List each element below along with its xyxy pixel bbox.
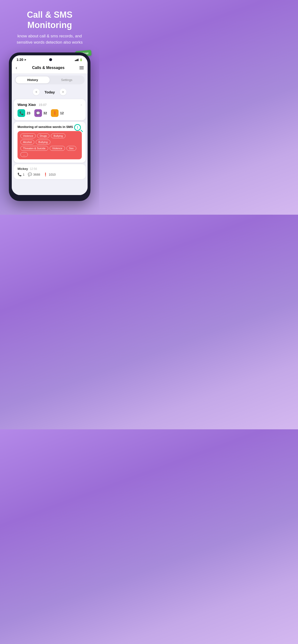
tab-switcher: History Settings <box>12 74 88 86</box>
tab-pill-container: History Settings <box>15 76 85 84</box>
header-section: Call & SMS Monitoring know about call & … <box>0 0 99 50</box>
mickey-alert-icon: ❗ <box>43 172 48 176</box>
mickey-header: Mickey 12:56 <box>18 167 82 170</box>
mickey-call-count: 1 <box>23 173 25 176</box>
mickey-time: 12:56 <box>30 167 37 170</box>
contact-time: 15:07 <box>39 103 47 106</box>
mickey-stats: 📞 1 💬 3688 ❗ 1010 <box>18 172 82 176</box>
page-wrapper: Call & SMS Monitoring know about call & … <box>0 0 99 210</box>
prev-date-button[interactable]: < <box>33 89 40 95</box>
search-icon-badge: ! <box>74 124 83 133</box>
main-title: Call & SMS Monitoring <box>7 10 92 30</box>
phone-container: ✦ New 1:20 ➤ <box>9 52 90 201</box>
mickey-name: Mickey <box>18 167 28 170</box>
sub-title: know about call & sms records, andsensit… <box>7 33 92 45</box>
alert-icon: ❗ <box>51 109 59 117</box>
menu-line-2 <box>79 68 84 68</box>
tag-sex: Sex <box>66 146 76 151</box>
mickey-msg-stat: 💬 3688 <box>28 172 40 176</box>
tag-bullying-1: Bullying <box>51 134 66 138</box>
msg-count: 32 <box>43 111 47 115</box>
mickey-call-stat: 📞 1 <box>18 172 25 176</box>
mickey-phone-icon: 📞 <box>18 172 22 176</box>
next-date-button[interactable]: > <box>60 89 66 95</box>
contact-name: Wang Xiao <box>18 102 36 106</box>
tag-drugs: Drugs <box>37 134 49 138</box>
battery-icon: 🔋 <box>79 58 83 61</box>
contact-chevron-icon: › <box>81 103 82 106</box>
menu-button[interactable] <box>79 66 84 69</box>
prev-icon: < <box>36 90 37 94</box>
phone-frame: 1:20 ➤ 🔋 <box>9 52 90 201</box>
menu-line-1 <box>79 66 84 67</box>
mickey-alert-count: 1010 <box>49 173 56 176</box>
time-display: 1:20 <box>17 58 23 62</box>
status-bar: 1:20 ➤ 🔋 <box>12 55 88 62</box>
alert-count: 12 <box>60 111 64 115</box>
contact-name-row: Wang Xiao 15:07 <box>18 102 47 107</box>
tab-settings[interactable]: Settings <box>50 76 84 84</box>
app-header: ‹ Calls & Messages <box>12 62 88 74</box>
phone-bottom-space <box>12 181 88 195</box>
contact-stats: 📞 23 💬 32 ❗ <box>18 109 82 117</box>
tag-violence-1: Violence <box>20 134 36 138</box>
front-camera <box>49 58 52 61</box>
mickey-msg-count: 3688 <box>33 173 40 176</box>
phone-screen: 1:20 ➤ 🔋 <box>12 55 88 195</box>
back-button[interactable]: ‹ <box>16 65 17 70</box>
tag-bullying-2: Bullying <box>36 140 50 144</box>
search-handle-icon <box>80 130 83 132</box>
phone-icon: 📞 <box>20 111 24 115</box>
signal-bar-2 <box>76 60 77 61</box>
status-time: 1:20 ➤ <box>17 58 26 62</box>
menu-line-3 <box>79 69 84 69</box>
contact-header: Wang Xiao 15:07 › <box>18 102 82 107</box>
tab-history[interactable]: History <box>16 76 50 84</box>
tag-more: ... <box>20 152 28 157</box>
location-icon: ➤ <box>24 58 26 61</box>
alert-stat: ❗ 12 <box>51 109 64 117</box>
signal-bar-1 <box>75 60 76 61</box>
exclamation-icon: ❗ <box>53 111 57 115</box>
app-title: Calls & Messages <box>32 66 65 70</box>
date-label: Today <box>44 90 55 94</box>
next-icon: > <box>62 90 64 94</box>
tag-threaten-suicide: Threaten & Suicide <box>20 146 48 151</box>
tag-alcohol: Alcohol <box>20 140 34 144</box>
call-count: 23 <box>27 111 31 115</box>
signal-bar-4 <box>78 59 78 61</box>
signal-bars <box>75 58 78 61</box>
status-icons: 🔋 <box>75 58 83 61</box>
call-icon: 📞 <box>18 109 25 117</box>
sensitive-panel: Monitoring of sensitive words in SMS ! V… <box>14 122 86 163</box>
tags-container: Violence Drugs Bullying Alcohol Bullying… <box>18 131 82 159</box>
search-circle: ! <box>74 124 81 131</box>
wang-xiao-card[interactable]: Wang Xiao 15:07 › 📞 23 <box>14 99 86 120</box>
mickey-alert-stat: ❗ 1010 <box>43 172 56 176</box>
sensitive-panel-title: Monitoring of sensitive words in SMS <box>18 125 82 129</box>
message-icon: 💬 <box>36 111 40 115</box>
search-exclaim-icon: ! <box>77 126 78 130</box>
mickey-msg-icon: 💬 <box>28 172 32 176</box>
tag-violence-2: Violence <box>50 146 65 151</box>
call-stat: 📞 23 <box>18 109 31 117</box>
msg-stat: 💬 32 <box>34 109 47 117</box>
date-nav: < Today > <box>12 86 88 98</box>
msg-icon: 💬 <box>34 109 42 117</box>
signal-bar-3 <box>77 59 77 61</box>
mickey-card[interactable]: Mickey 12:56 📞 1 💬 3688 ❗ <box>14 164 86 179</box>
